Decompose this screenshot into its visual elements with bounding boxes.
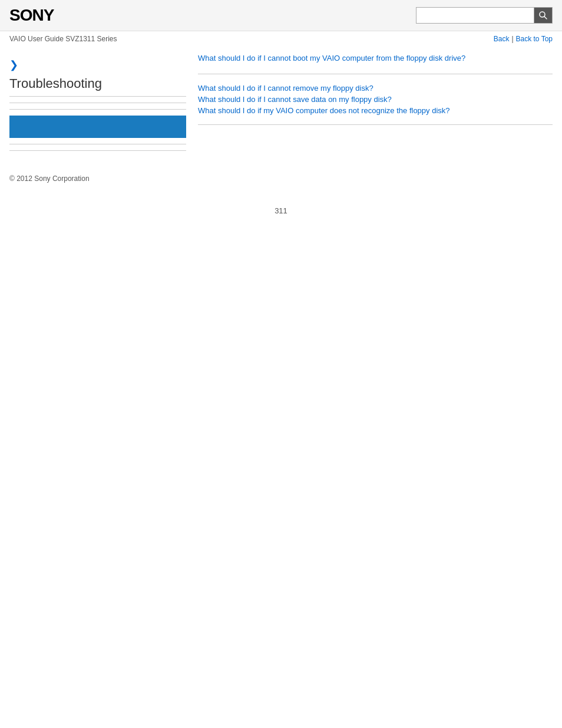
primary-content-link[interactable]: What should I do if I cannot boot my VAI… [198,52,553,64]
sidebar-chevron-icon: ❯ [9,58,186,71]
content-divider [198,74,553,74]
main-container: ❯ Troubleshooting What should I do if I … [0,47,562,163]
content-area: What should I do if I cannot boot my VAI… [198,52,553,157]
sidebar-section-title: Troubleshooting [9,76,186,97]
search-input[interactable] [416,7,534,24]
svg-line-1 [544,17,547,19]
nav-bar-title: VAIO User Guide SVZ1311 Series [9,35,117,43]
nav-bar-links: Back | Back to Top [494,35,553,43]
content-divider-2 [198,124,553,125]
sony-logo: SONY [9,6,54,25]
nav-separator: | [511,35,513,43]
search-icon [538,11,548,20]
page-number: 311 [0,195,562,227]
secondary-link-1[interactable]: What should I do if I cannot remove my f… [198,84,553,93]
sidebar-highlight-box[interactable] [9,116,186,138]
sidebar-divider-2 [9,109,186,110]
secondary-links-group: What should I do if I cannot remove my f… [198,84,553,115]
copyright-text: © 2012 Sony Corporation [9,174,90,183]
nav-bar: VAIO User Guide SVZ1311 Series Back | Ba… [0,31,562,47]
secondary-link-2[interactable]: What should I do if I cannot save data o… [198,95,553,104]
back-to-top-link[interactable]: Back to Top [516,35,553,43]
sidebar: ❯ Troubleshooting [9,52,186,157]
search-area [416,7,553,24]
sidebar-divider-1 [9,103,186,103]
secondary-link-3[interactable]: What should I do if my VAIO computer doe… [198,106,553,115]
search-button[interactable] [534,7,553,24]
back-link[interactable]: Back [494,35,510,43]
sidebar-divider-4 [9,150,186,151]
sidebar-divider-3 [9,144,186,144]
header: SONY [0,0,562,31]
footer: © 2012 Sony Corporation [0,163,562,195]
